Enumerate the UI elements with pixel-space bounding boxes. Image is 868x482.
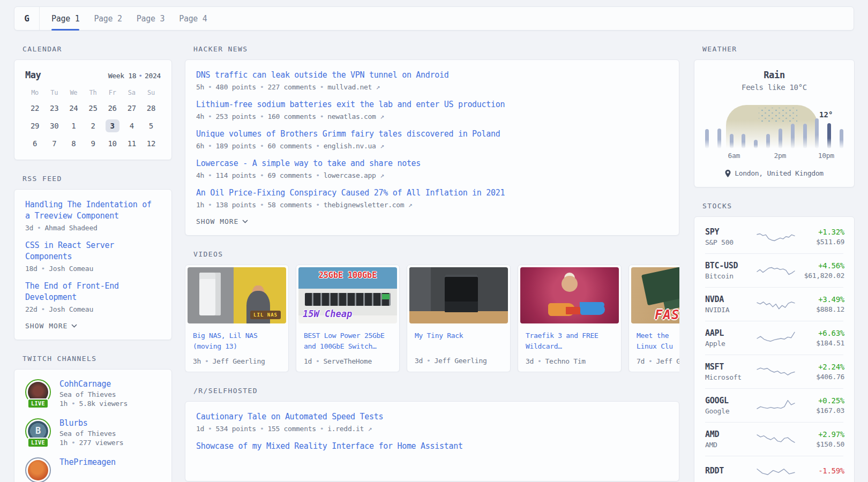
stock-sparkline [757,262,795,278]
dot-separator: • [41,265,46,273]
rss-item-title[interactable]: The End of Front-End Development [25,281,161,303]
channel-name[interactable]: ThePrimeagen [59,457,116,467]
hn-item-meta: 6h•189 points•60 comments•english.nv.ua … [196,142,668,150]
video-thumbnail[interactable]: LIL NAS [188,267,286,323]
dot-separator: • [208,425,212,433]
external-link-icon: ↗ [408,201,413,209]
twitch-section: TWITCH CHANNELS LIVE CohhCarnage [14,355,172,482]
weather-condition: Rain [705,70,843,80]
hn-item-source-link[interactable]: english.nv.ua ↗ [324,142,384,150]
weather-feels-like: Feels like 10°C [705,83,843,92]
video-thumbnail[interactable]: FAST [631,267,679,323]
calendar-day: 5 [141,119,161,132]
stock-sparkline [757,463,795,479]
hn-item-source-link[interactable]: newatlas.com ↗ [327,112,384,120]
current-temperature-label: 12° [819,110,833,119]
hn-item-source-link[interactable]: lowercase.app ↗ [324,171,384,179]
twitch-section-title: TWITCH CHANNELS [23,355,172,363]
stock-change: +2.24% [795,363,844,371]
rss-item: The End of Front-End Development 22d•Jos… [25,281,161,313]
dot-separator: • [71,439,76,447]
stock-row[interactable]: SPY S&P 500 +1.32% $511.69 [705,220,843,253]
video-card[interactable]: FAST Meet the Linux Clu 7d•Jeff Geerling [628,265,679,372]
weather-bar [803,124,807,148]
channel-name[interactable]: CohhCarnage [59,379,128,389]
stock-change: +6.63% [795,329,844,337]
calendar-day: 6 [25,137,44,150]
video-thumbnail[interactable] [520,267,619,323]
stock-symbol: AAPL [705,328,757,338]
video-meta: 1d•ServeTheHome [296,352,399,372]
stock-row[interactable]: RDDT -1.59% [705,456,843,482]
dot-separator: • [138,72,143,80]
video-title[interactable]: Meet the Linux Clu [629,326,679,352]
hn-item-title[interactable]: Lowercase - A simple way to take and sha… [196,158,668,169]
page-tab[interactable]: Page 1 [51,7,79,30]
video-card[interactable]: 25GbE 100GbE 15W Cheap BEST Low Power 25… [296,265,400,372]
stock-row[interactable]: MSFT Microsoft +2.24% $406.76 [705,355,843,388]
video-card[interactable]: LIL NAS Big NAS, Lil NAS (moving 13) 3h•… [185,265,289,372]
video-title[interactable]: Big NAS, Lil NAS (moving 13) [185,326,288,352]
hn-item-meta: 1h•138 points•58 comments•thebignewslett… [196,201,668,209]
weather-chart: 12° [705,103,843,148]
hn-item-title[interactable]: Lithium-free sodium batteries exit the l… [196,99,668,110]
calendar-day: 4 [122,119,141,132]
page-tab[interactable]: Page 4 [179,7,207,30]
hn-item-title[interactable]: Unique volumes of Brothers Grimm fairy t… [196,129,668,140]
twitch-card: LIVE CohhCarnage Sea of Thieves 1h•5.8k … [14,369,172,482]
weather-bar [754,140,758,148]
stock-row[interactable]: BTC-USD Bitcoin +4.56% $61,820.02 [705,253,843,287]
dot-separator: • [71,400,76,408]
calendar-day: 24 [64,102,83,115]
stock-symbol: MSFT [705,362,757,372]
dot-separator: • [316,357,320,365]
weather-bar [742,134,745,148]
hn-item-title[interactable]: An Oil Price-Fixing Conspiracy Caused 27… [196,187,668,199]
video-card[interactable]: My Tiny Rack 3d•Jeff Geerling [407,265,511,372]
stock-row[interactable]: AAPL Apple +6.63% $184.51 [705,321,843,355]
calendar-month: May [25,70,41,80]
stock-sparkline [757,296,795,312]
hn-item-source-link[interactable]: thebignewsletter.com ↗ [324,201,413,209]
hn-item: An Oil Price-Fixing Conspiracy Caused 27… [196,187,668,209]
video-card[interactable]: Traefik 3 and FREE Wildcard… 3d•Techno T… [518,265,622,372]
rss-item-title[interactable]: Handling The Indentation of a Treeview C… [25,199,161,222]
twitch-channel-row: LIVE CohhCarnage Sea of Thieves 1h•5.8k … [25,379,161,408]
stock-row[interactable]: GOOGL Google +0.25% $167.03 [705,388,843,422]
reddit-card: Cautionary Tale on Automated Speed Tests… [185,401,679,481]
stock-row[interactable]: AMD AMD +2.97% $150.50 [705,422,843,456]
page-tab[interactable]: Page 2 [94,7,122,30]
reddit-item-title[interactable]: Showcase of my Mixed Reality Interface f… [196,441,668,452]
video-title[interactable]: Traefik 3 and FREE Wildcard… [518,326,621,352]
hacker-news-section: HACKER NEWS DNS traffic can leak outside… [185,45,679,236]
hn-item-source-link[interactable]: mullvad.net ↗ [327,83,380,91]
reddit-section-title: /R/SELFHOSTED [193,387,679,395]
reddit-item-source-link[interactable]: i.redd.it ↗ [327,425,372,433]
dot-separator: • [648,357,653,365]
hn-item-title[interactable]: DNS traffic can leak outside the VPN tun… [196,70,668,81]
app-logo[interactable]: G [14,7,40,30]
calendar-day: 30 [44,119,64,132]
hn-show-more-button[interactable]: SHOW MORE [196,217,668,225]
video-thumbnail[interactable] [409,267,508,323]
video-thumbnail[interactable]: 25GbE 100GbE 15W Cheap [298,267,397,323]
page-tab[interactable]: Page 3 [137,7,164,30]
reddit-item: Cautionary Tale on Automated Speed Tests… [196,411,668,433]
rss-item-title[interactable]: CSS in React Server Components [25,240,161,262]
video-title[interactable]: BEST Low Power 25GbE and 100GbE Switch… [296,326,399,352]
calendar-day: 25 [83,102,102,115]
video-title[interactable]: My Tiny Rack [407,326,510,341]
weather-bar [840,129,843,148]
dot-separator: • [260,112,264,120]
weather-time-label: 6am [728,152,740,160]
rss-show-more-button[interactable]: SHOW MORE [25,322,161,330]
channel-name[interactable]: Blurbs [59,418,123,428]
reddit-item-title[interactable]: Cautionary Tale on Automated Speed Tests [196,411,668,423]
stock-row[interactable]: NVDA NVIDIA +3.49% $888.12 [705,287,843,321]
rss-item-meta: 3d•Ahmad Shadeed [25,224,161,232]
weather-bar [815,118,819,148]
external-link-icon: ↗ [380,112,384,120]
dot-separator: • [320,83,324,91]
dot-separator: • [208,112,212,120]
thumbnail-decoration [445,275,478,312]
